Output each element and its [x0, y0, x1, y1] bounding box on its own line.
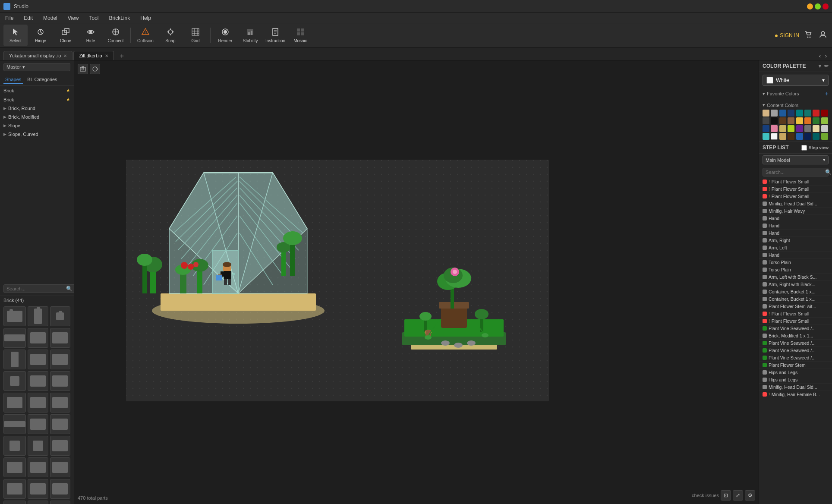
- category-brick-starred[interactable]: Brick ★: [0, 86, 74, 95]
- step-list-item[interactable]: Hand: [759, 230, 832, 237]
- step-list-item[interactable]: Arm, Left with Black S...: [759, 274, 832, 281]
- color-dgray[interactable]: [763, 117, 769, 124]
- tool-collision[interactable]: ! Collision: [133, 25, 158, 46]
- color-mgray[interactable]: [804, 125, 811, 132]
- tool-mosaic[interactable]: Mosaic: [288, 25, 312, 46]
- brick-item[interactable]: [50, 350, 71, 369]
- brick-item[interactable]: [28, 501, 48, 504]
- menu-tool[interactable]: Tool: [88, 14, 101, 22]
- brick-item[interactable]: [50, 457, 71, 477]
- color-lgreen[interactable]: [821, 117, 828, 124]
- brick-item[interactable]: [28, 328, 48, 348]
- brick-item[interactable]: [28, 350, 48, 369]
- sign-in-button[interactable]: ● SIGN IN: [775, 32, 799, 39]
- search-input[interactable]: [6, 286, 66, 291]
- menu-file[interactable]: File: [3, 14, 15, 22]
- color-blue[interactable]: [779, 110, 786, 117]
- brick-item[interactable]: [28, 457, 48, 477]
- color-dropdown[interactable]: White ▾: [763, 75, 829, 86]
- step-list-item[interactable]: Plant Vine Seaweed /...: [759, 347, 832, 354]
- step-list-item[interactable]: Container, Bucket 1 x...: [759, 288, 832, 296]
- color-tan[interactable]: [763, 110, 769, 117]
- color-brown[interactable]: [788, 117, 794, 124]
- color-dblue2[interactable]: [804, 133, 811, 140]
- category-brick-2[interactable]: Brick ★: [0, 95, 74, 104]
- step-list-item[interactable]: Minifig, Hair Wavy: [759, 208, 832, 215]
- color-beige[interactable]: [813, 125, 819, 132]
- brick-item[interactable]: [3, 393, 26, 413]
- cart-button[interactable]: [803, 29, 814, 42]
- tool-clone[interactable]: Clone: [54, 25, 78, 46]
- brick-item[interactable]: [3, 501, 26, 504]
- tab-1[interactable]: Yukatan small display .io ✕: [3, 51, 72, 60]
- step-list-item[interactable]: Arm, Right with Black...: [759, 281, 832, 288]
- tab-2-close[interactable]: ✕: [105, 54, 108, 58]
- tool-select[interactable]: Select: [3, 25, 28, 46]
- color-blue2[interactable]: [796, 133, 803, 140]
- minimize-button[interactable]: [807, 3, 813, 9]
- step-list-item[interactable]: Arm, Right: [759, 237, 832, 244]
- brick-item[interactable]: [28, 479, 48, 499]
- step-list-item[interactable]: !Plant Flower Small: [759, 193, 832, 200]
- step-view-checkbox[interactable]: Step view: [801, 145, 829, 151]
- close-button[interactable]: [823, 3, 829, 9]
- brick-item[interactable]: [3, 414, 26, 434]
- color-teal2[interactable]: [813, 133, 819, 140]
- category-brick-modified[interactable]: ▶ Brick, Modified: [0, 113, 74, 121]
- brick-item[interactable]: [50, 479, 71, 499]
- brick-item[interactable]: [3, 457, 26, 477]
- master-dropdown[interactable]: Master ▾: [3, 63, 70, 71]
- color-llgray[interactable]: [821, 125, 828, 132]
- brick-star-1[interactable]: ★: [66, 88, 70, 93]
- color-dred[interactable]: [821, 110, 828, 117]
- tab-2[interactable]: Zill.dkert.io ✕: [73, 51, 113, 60]
- step-list-item[interactable]: Container, Bucket 1 x...: [759, 296, 832, 303]
- color-black[interactable]: [771, 117, 778, 124]
- color-sand[interactable]: [779, 125, 786, 132]
- tool-instruction[interactable]: Instruction: [263, 25, 287, 46]
- category-slope-curved[interactable]: ▶ Slope, Curved: [0, 130, 74, 139]
- step-list-item[interactable]: !Plant Flower Small: [759, 178, 832, 186]
- step-list-item[interactable]: Hand: [759, 222, 832, 230]
- color-red[interactable]: [813, 110, 819, 117]
- model-dropdown[interactable]: Main Model ▾: [763, 155, 829, 164]
- maximize-button[interactable]: [815, 3, 821, 9]
- brick-item[interactable]: [50, 371, 71, 391]
- step-search-input[interactable]: [766, 170, 825, 175]
- menu-view[interactable]: View: [66, 14, 81, 22]
- brick-item[interactable]: [50, 436, 71, 456]
- color-dblue[interactable]: [788, 110, 794, 117]
- step-list-item[interactable]: Plant Vine Seaweed /...: [759, 325, 832, 332]
- color-yellow[interactable]: [796, 117, 803, 124]
- favorite-colors-header[interactable]: ▾ Favorite Colors +: [763, 90, 829, 97]
- step-list-item[interactable]: Minifig, Head Dual Sid...: [759, 384, 832, 391]
- settings-button[interactable]: ⚙: [745, 490, 755, 501]
- brick-item[interactable]: [3, 479, 26, 499]
- tool-stability[interactable]: Stability: [238, 25, 262, 46]
- brick-item[interactable]: [28, 414, 48, 434]
- menu-edit[interactable]: Edit: [22, 14, 35, 22]
- color-lgray[interactable]: [771, 110, 778, 117]
- step-list-item[interactable]: !Plant Flower Small: [759, 186, 832, 193]
- color-lime[interactable]: [788, 125, 794, 132]
- color-lgreen2[interactable]: [821, 133, 828, 140]
- tool-render[interactable]: Render: [213, 25, 237, 46]
- tab-1-close[interactable]: ✕: [63, 54, 67, 58]
- step-list-item[interactable]: Plant Vine Seaweed /...: [759, 354, 832, 362]
- step-view-check[interactable]: [801, 145, 807, 151]
- step-list-item[interactable]: !Plant Flower Small: [759, 318, 832, 325]
- color-trans-blue[interactable]: [763, 125, 769, 132]
- tool-hinge[interactable]: Hinge: [28, 25, 53, 46]
- step-list-item[interactable]: Torso Plain: [759, 259, 832, 266]
- brick-item[interactable]: [28, 306, 48, 326]
- color-aqua[interactable]: [763, 133, 769, 140]
- brick-star-2[interactable]: ★: [66, 97, 70, 102]
- step-list-item[interactable]: Minifig, Head Dual Sid...: [759, 200, 832, 208]
- step-list-item[interactable]: Torso Plain: [759, 266, 832, 274]
- bl-categories-tab[interactable]: BL Categories: [25, 76, 59, 84]
- brick-item[interactable]: [50, 393, 71, 413]
- brick-item[interactable]: [50, 501, 71, 504]
- zoom-reset-button[interactable]: ⊡: [721, 490, 731, 501]
- color-purple[interactable]: [796, 125, 803, 132]
- step-list-item[interactable]: !Plant Flower Small: [759, 310, 832, 318]
